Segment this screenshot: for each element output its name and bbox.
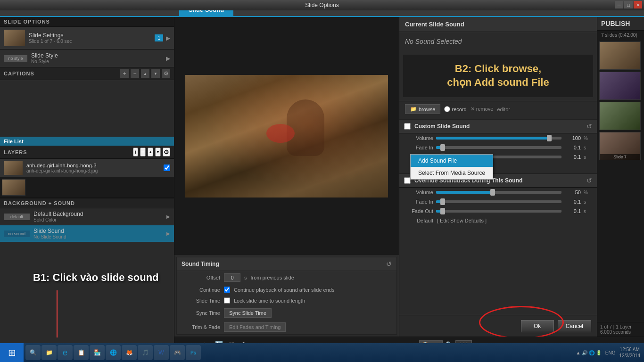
slide-style-row[interactable]: no style Slide Style No Style ▶ [0, 49, 174, 67]
slide-time-row: Slide Time Lock slide time to sound leng… [177, 295, 396, 306]
record-radio-label[interactable]: record [444, 106, 466, 112]
editor-btn[interactable]: editor [497, 107, 510, 112]
edit-fades-btn[interactable]: Edit Fades and Timing [224, 322, 286, 332]
override-fade-in-label: Fade In [405, 199, 433, 205]
continue-text: Continue playback of sound after slide e… [234, 287, 334, 293]
slide-time-checkbox[interactable] [224, 297, 230, 304]
override-default-label: Default [405, 218, 433, 223]
captions-up-btn[interactable]: ▲ [141, 69, 149, 78]
taskbar-icons: ▲ 🔊 🌐 🔋 [576, 350, 602, 355]
browse-row: 📁 📁 browse browse record ✕ remove editor [399, 101, 597, 117]
taskbar-search[interactable]: 🔍 [25, 345, 41, 360]
volume-value: 100 [564, 135, 581, 141]
bg-sound-section: default Default Background Solid Color ▶… [0, 208, 174, 352]
bg-default-arrow: ▶ [166, 214, 170, 219]
dropdown-menu: Add Sound File Select From Media Source [410, 154, 493, 180]
override-checkbox[interactable] [404, 177, 411, 184]
layer-checkbox[interactable] [164, 165, 170, 171]
custom-sound-title: Custom Slide Sound [414, 123, 583, 130]
fade-out-value: 0.1 [564, 154, 581, 160]
close-button[interactable]: ✕ [634, 1, 642, 8]
taskbar-app3[interactable]: 🎵 [138, 345, 153, 360]
sound-timing-panel: Sound Timing ↺ Offset s from previous sl… [176, 257, 397, 335]
override-fade-in-row: Fade In 0.1 s [399, 197, 597, 206]
bg-default-badge: default [4, 214, 30, 220]
offset-row: Offset s from previous slide [177, 271, 396, 284]
taskbar-firefox[interactable]: 🦊 [122, 345, 137, 360]
continue-checkbox[interactable] [224, 287, 230, 293]
right-thumb-slide7: Slide 7 [599, 132, 641, 160]
start-button[interactable]: ⊞ [0, 343, 24, 362]
custom-slide-sound-section: Custom Slide Sound ↺ [399, 119, 597, 133]
taskbar-app1[interactable]: 📋 [74, 345, 89, 360]
sync-slide-time-btn[interactable]: Sync Slide Time [224, 308, 272, 318]
taskbar-ie[interactable]: e [58, 345, 73, 360]
layers-settings-btn[interactable]: ⚙ [163, 148, 170, 156]
layer-row[interactable]: anh-dep-girl-xinh-bong-hong-3 anh-dep-gi… [0, 159, 174, 177]
remove-btn[interactable]: ✕ remove [471, 106, 494, 112]
bg-sound-row[interactable]: no sound Slide Sound No Slide Sound ▶ [0, 225, 174, 242]
file-list-header[interactable]: File List [0, 137, 174, 146]
captions-settings-btn[interactable]: ⚙ [162, 69, 170, 78]
sync-time-row: Sync Time Sync Slide Time [177, 306, 396, 320]
timing-reset-icon[interactable]: ↺ [386, 260, 392, 268]
status-duration: 6.000 seconds [600, 329, 641, 335]
record-radio[interactable] [444, 106, 450, 112]
override-reset[interactable]: ↺ [586, 177, 592, 184]
layers-add-btn[interactable]: + [133, 148, 139, 156]
maximize-button[interactable]: □ [624, 1, 633, 8]
slide-settings-row[interactable]: Slide Settings Slide 1 of 7 - 6.0 sec 1 … [0, 27, 174, 49]
captions-body [0, 80, 174, 137]
custom-sound-checkbox[interactable] [404, 123, 411, 130]
captions-down-btn[interactable]: ▼ [151, 69, 160, 78]
captions-header: CAPTIONS + − ▲ ▼ ⚙ [0, 67, 174, 80]
taskbar-chrome[interactable]: 🌐 [106, 345, 121, 360]
taskbar-word[interactable]: W [154, 345, 169, 360]
ok-button[interactable]: Ok [521, 320, 554, 332]
override-fade-out-track [436, 210, 561, 213]
override-edit-defaults-link[interactable]: [ Edit Show Defaults ] [437, 218, 487, 223]
captions-remove-btn[interactable]: − [131, 69, 139, 78]
custom-sound-reset[interactable]: ↺ [586, 123, 592, 130]
slide-settings-title: Slide Settings [29, 32, 155, 39]
slide-style-arrow: ▶ [166, 55, 170, 62]
layers-label: LAYERS [4, 149, 133, 155]
bg-sound-arrow: ▶ [166, 231, 170, 236]
taskbar-app2[interactable]: 🏪 [90, 345, 105, 360]
override-volume-track [436, 191, 561, 194]
trim-fade-label: Trim & Fade [182, 324, 220, 330]
bg-default-row[interactable]: default Default Background Solid Color ▶ [0, 208, 174, 225]
taskbar-photoshop[interactable]: Ps [186, 345, 201, 360]
layers-header: LAYERS + − ▲ ▼ ⚙ [0, 146, 174, 159]
layers-up-btn[interactable]: ▲ [148, 148, 153, 156]
bg-sound-sub: No Slide Sound [33, 234, 166, 239]
override-fade-out-label: Fade Out [405, 208, 433, 214]
minimize-button[interactable]: ─ [615, 1, 623, 8]
browse-btn[interactable]: 📁 📁 browse browse [405, 104, 440, 114]
offset-input[interactable] [224, 273, 240, 282]
layers-remove-btn[interactable]: − [140, 148, 146, 156]
volume-unit: % [584, 136, 591, 141]
layers-down-btn[interactable]: ▼ [155, 148, 161, 156]
override-fade-out-unit: s [584, 209, 591, 214]
add-sound-file-item[interactable]: Add Sound File [411, 155, 493, 167]
fade-in-row: Fade In 0.1 s [399, 143, 597, 152]
captions-add-btn[interactable]: + [120, 69, 129, 78]
fade-in-label: Fade In [405, 145, 433, 150]
continue-row: Continue Continue playback of sound afte… [177, 284, 396, 295]
select-from-media-item[interactable]: Select From Media Source [411, 167, 493, 179]
taskbar-file-explorer[interactable]: 📁 [41, 345, 57, 360]
slide-image [185, 75, 388, 197]
override-volume-row: Volume 50 % [399, 188, 597, 197]
volume-slider-track [436, 137, 561, 140]
status-slide-info: 1 of 7 | 1 Layer [600, 324, 641, 329]
bg-default-name: Default Background [33, 211, 166, 217]
dialog-title: Slide Options [305, 2, 339, 8]
override-volume-unit: % [584, 190, 591, 195]
right-thumb-2 [599, 72, 641, 100]
taskbar-app4[interactable]: 🎮 [170, 345, 185, 360]
override-volume-label: Volume [405, 189, 433, 195]
title-bar: Slide Options ─ □ ✕ [0, 0, 644, 10]
slide-style-title: Slide Style [31, 52, 166, 59]
cancel-button[interactable]: Cancel [558, 320, 591, 332]
